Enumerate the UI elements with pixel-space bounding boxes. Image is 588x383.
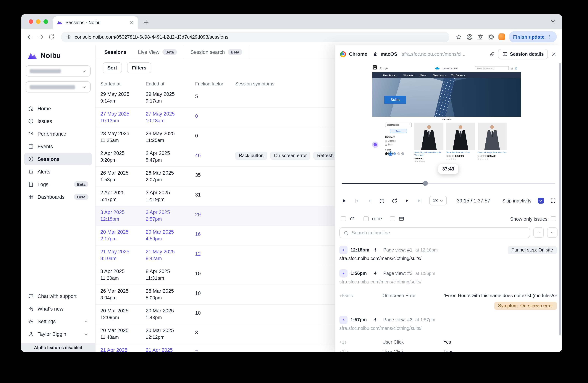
http-filter-checkbox[interactable] <box>363 216 369 222</box>
session-url: sfra.sfcc.noibu.com/mens/cl... <box>402 51 486 57</box>
ended-at: 23 May 202511:25am <box>146 131 175 143</box>
product-price: $299.99 <box>414 157 443 160</box>
tab-list-chevron-icon[interactable] <box>549 18 557 25</box>
os-label: macOS <box>381 51 397 57</box>
pin-icon[interactable] <box>373 317 378 323</box>
sidebar-item-what-s-new[interactable]: What's new <box>24 302 92 315</box>
pin-icon[interactable] <box>373 271 378 276</box>
session-details-button[interactable]: Session details <box>498 49 548 59</box>
organization-select[interactable] <box>26 65 91 77</box>
event-url[interactable]: sfra.sfcc.noibu.com/mens/clothing/suits/ <box>339 326 557 331</box>
timeline-search[interactable] <box>339 227 530 238</box>
skip-to-end-icon[interactable] <box>417 198 423 204</box>
sidebar-item-alerts[interactable]: Alerts <box>24 165 92 178</box>
sidebar-item-chat-with-support[interactable]: Chat with support <box>24 290 92 302</box>
symptom-chip: Back button <box>235 152 267 160</box>
sidebar-item-home[interactable]: Home <box>24 102 92 115</box>
event-play-button[interactable] <box>339 269 348 278</box>
play-button[interactable] <box>341 198 347 204</box>
ended-at: 26 Mar 20252:07pm <box>146 170 174 182</box>
friction-factor: 8 <box>195 330 198 335</box>
replay-cursor <box>374 143 377 146</box>
reload-icon[interactable] <box>48 33 55 40</box>
bookmark-star-icon[interactable] <box>455 33 462 40</box>
minimize-window-button[interactable] <box>36 19 41 24</box>
extensions-puzzle-icon[interactable] <box>487 33 495 40</box>
pin-icon[interactable] <box>373 247 378 253</box>
sidebar-item-taylor-biggin[interactable]: Taylor Biggin <box>24 328 92 340</box>
previous-match-button[interactable] <box>533 227 544 238</box>
sidebar-item-label: Home <box>38 106 51 111</box>
tab-close-icon[interactable] <box>129 20 134 25</box>
event-label: Page view: #1 <box>383 247 412 253</box>
camera-icon[interactable] <box>477 33 484 40</box>
next-match-button[interactable] <box>547 227 558 238</box>
next-event-icon[interactable] <box>404 198 410 204</box>
finish-update-button[interactable]: Finish update <box>509 31 557 42</box>
tab-title: Sessions · Noibu <box>65 20 126 25</box>
tab-live-view[interactable]: Live View Beta <box>131 45 184 59</box>
close-window-button[interactable] <box>29 19 33 24</box>
extension-icon[interactable] <box>498 33 505 40</box>
sidebar-item-events[interactable]: Events <box>24 140 92 153</box>
site-select[interactable] <box>26 81 91 93</box>
close-panel-icon[interactable] <box>551 51 557 57</box>
noibu-logo-icon <box>27 52 38 60</box>
zoom-window-button[interactable] <box>43 19 48 24</box>
event-play-button[interactable] <box>339 246 348 254</box>
show-only-issues-checkbox[interactable] <box>551 216 556 222</box>
tab-session-search[interactable]: Session search Beta <box>183 45 249 59</box>
sidebar: Noibu HomeIssuesPerformanceEventsSession… <box>21 45 96 352</box>
category-option-clothing: Clothing <box>385 140 412 142</box>
copy-link-icon[interactable] <box>489 51 495 57</box>
col-ended-at: Ended at <box>146 81 164 87</box>
sidebar-item-settings[interactable]: Settings <box>24 315 92 328</box>
friction-factor: 46 <box>195 153 201 158</box>
event-label: Page view: #3 <box>383 317 412 323</box>
browser-tab[interactable]: Sessions · Noibu <box>53 16 138 29</box>
site-info-icon[interactable] <box>66 34 71 40</box>
performance-filter-checkbox[interactable] <box>341 216 346 222</box>
storefront-nav-new-arrivals: New Arrivals▾ <box>383 74 398 76</box>
address-bar[interactable]: console.noibu.com/0532781b-6c98-4491-b2d… <box>61 31 449 42</box>
fullscreen-icon[interactable] <box>550 198 556 203</box>
console-filter-checkbox[interactable] <box>390 216 395 222</box>
sidebar-item-logs[interactable]: LogsBeta <box>24 178 92 191</box>
event-time: 12:18pm <box>351 247 370 253</box>
filters-button[interactable]: Filters <box>127 62 151 73</box>
alpha-banner: Alpha features disabled <box>21 343 95 352</box>
tab-sessions[interactable]: Sessions <box>105 45 126 59</box>
rewind-10-icon[interactable] <box>379 198 385 204</box>
sidebar-item-sessions[interactable]: Sessions <box>24 153 92 165</box>
sort-button[interactable]: Sort <box>103 62 122 73</box>
previous-event-icon[interactable] <box>366 198 372 204</box>
chevron-down-icon <box>439 199 443 203</box>
menu-dots-icon[interactable] <box>547 34 552 39</box>
back-icon[interactable] <box>26 33 33 40</box>
performance-filter-icon <box>349 216 355 222</box>
scrollbar-thumb[interactable] <box>559 63 561 335</box>
profile-icon[interactable] <box>466 33 473 40</box>
hero-image: Suits <box>372 78 521 117</box>
event-play-button[interactable] <box>339 316 348 324</box>
event-url[interactable]: sfra.sfcc.noibu.com/mens/clothing/suits/ <box>339 256 557 261</box>
redacted-text <box>30 69 61 73</box>
apple-icon <box>372 51 378 57</box>
event-label: Page view: #2 <box>383 271 412 276</box>
noibu-app: Noibu HomeIssuesPerformanceEventsSession… <box>21 45 562 352</box>
playback-speed-select[interactable]: 1x <box>429 196 447 205</box>
new-tab-button[interactable] <box>142 19 150 26</box>
sidebar-item-performance[interactable]: Performance <box>24 127 92 140</box>
sidebar-item-issues[interactable]: Issues <box>24 115 92 127</box>
skip-inactivity-checkbox[interactable] <box>538 198 544 203</box>
slider-handle[interactable] <box>423 181 428 186</box>
event-url[interactable]: sfra.sfcc.noibu.com/mens/clothing/suits/ <box>339 279 557 284</box>
timeline-slider[interactable] <box>342 181 555 186</box>
sidebar-item-dashboards[interactable]: DashboardsBeta <box>24 191 92 203</box>
search-input[interactable] <box>352 230 526 236</box>
forward-icon[interactable] <box>37 33 44 40</box>
skip-to-start-icon[interactable] <box>354 198 360 204</box>
ended-at: 21 Apr 2025 <box>146 347 173 352</box>
category-options: ClothingSuits <box>385 140 412 146</box>
forward-10-icon[interactable] <box>391 198 398 204</box>
